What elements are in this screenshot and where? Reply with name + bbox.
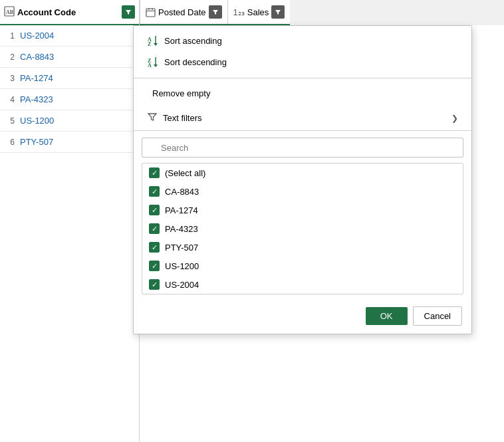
svg-text:Z: Z [148,41,151,47]
sales-header: 1₂₃ Sales [227,0,291,24]
svg-rect-2 [146,9,155,17]
sales-label: Sales [247,7,269,17]
row-value: US-1200 [20,116,54,126]
svg-text:A: A [148,62,152,68]
table-row: 2 CA-8843 [0,47,139,68]
text-filters-left: Text filters [147,112,202,124]
other-headers: Posted Date 1₂₃ Sales [140,0,290,25]
item-label-pty507: PTY-507 [165,243,198,253]
checkbox-pa1274[interactable]: ✓ [149,205,160,215]
checkmark-icon: ✓ [152,169,158,177]
row-number: 3 [0,74,20,83]
checkmark-icon: ✓ [152,263,158,270]
checkmark-icon: ✓ [152,281,158,288]
search-container: 🔍 [134,132,471,163]
sort-ascending-icon: A Z [147,35,159,47]
row-number: 2 [0,53,20,62]
cancel-button[interactable]: Cancel [413,306,462,326]
checkbox-pty507[interactable]: ✓ [149,242,160,253]
remove-empty-section: Remove empty [134,80,471,107]
item-label-us1200: US-1200 [165,261,199,271]
row-number: 1 [0,31,20,41]
sort-descending-icon: Z A [147,56,159,68]
posted-date-filter-button[interactable] [209,5,222,19]
sort-descending-label: Sort descending [164,57,227,67]
filter-dropdown: A Z Sort ascending Z A Sort descending [133,25,472,334]
checkbox-item-pty507[interactable]: ✓ PTY-507 [142,238,463,257]
search-input[interactable] [142,138,463,158]
checkbox-item-ca8843[interactable]: ✓ CA-8843 [142,182,463,201]
row-number: 6 [0,138,20,147]
sort-section: A Z Sort ascending Z A Sort descending [134,26,471,76]
table-row: 3 PA-1274 [0,68,139,89]
remove-empty-item[interactable]: Remove empty [134,84,471,103]
account-code-filter-button[interactable] [122,5,135,19]
row-value: CA-8843 [20,52,54,62]
checkbox-item-pa4323[interactable]: ✓ PA-4323 [142,219,463,238]
row-value: US-2004 [20,31,54,41]
divider-1 [134,78,471,78]
sort-descending-item[interactable]: Z A Sort descending [134,51,471,72]
funnel-icon [147,112,158,124]
calendar-icon [146,7,156,17]
table-area: AB Account Code 1 US-2004 2 CA-8843 3 PA… [0,0,140,442]
sales-filter-button[interactable] [271,5,285,19]
item-label-ca8843: CA-8843 [165,187,199,197]
checkmark-icon: ✓ [152,225,158,233]
svg-text:AB: AB [6,9,14,15]
checkbox-item-pa1274[interactable]: ✓ PA-1274 [142,201,463,219]
select-all-checkbox[interactable]: ✓ [149,167,160,178]
checkbox-us2004[interactable]: ✓ [149,279,160,290]
divider-2 [134,130,471,131]
row-number: 5 [0,116,20,126]
checkbox-item-us1200[interactable]: ✓ US-1200 [142,257,463,275]
text-column-icon: AB [4,6,15,19]
account-code-header: AB Account Code [0,0,139,25]
sort-ascending-label: Sort ascending [164,36,222,46]
text-filters-label: Text filters [163,113,202,123]
checkbox-list: ✓ (Select all) ✓ CA-8843 ✓ PA-1274 ✓ PA-… [142,163,463,294]
posted-date-header: Posted Date [140,0,227,24]
chevron-right-icon: ❯ [451,114,458,123]
select-all-label: (Select all) [165,168,205,178]
table-row: 4 PA-4323 [0,89,139,110]
table-row: 1 US-2004 [0,25,139,47]
remove-empty-label: Remove empty [152,88,210,98]
select-all-item[interactable]: ✓ (Select all) [142,164,463,182]
text-filters-item[interactable]: Text filters ❯ [134,107,471,129]
item-label-pa4323: PA-4323 [165,224,198,234]
checkbox-item-us2004[interactable]: ✓ US-2004 [142,275,463,294]
table-body: 1 US-2004 2 CA-8843 3 PA-1274 4 PA-4323 … [0,25,139,153]
row-value: PA-4323 [20,94,53,104]
sort-ascending-item[interactable]: A Z Sort ascending [134,30,471,51]
row-value: PTY-507 [20,137,53,147]
dropdown-footer: OK Cancel [134,300,471,334]
row-value: PA-1274 [20,73,53,83]
search-wrapper: 🔍 [142,138,463,158]
sales-icon: 1₂₃ [233,7,245,17]
posted-date-label: Posted Date [158,7,206,17]
checkmark-icon: ✓ [152,244,158,251]
item-label-us2004: US-2004 [165,280,199,290]
checkbox-ca8843[interactable]: ✓ [149,186,160,197]
item-label-pa1274: PA-1274 [165,205,198,215]
ok-button[interactable]: OK [366,307,408,325]
checkmark-icon: ✓ [152,188,158,195]
table-row: 6 PTY-507 [0,132,139,153]
table-row: 5 US-1200 [0,110,139,132]
account-code-label: Account Code [17,7,119,17]
row-number: 4 [0,95,20,104]
checkbox-pa4323[interactable]: ✓ [149,223,160,234]
checkbox-us1200[interactable]: ✓ [149,261,160,271]
checkmark-icon: ✓ [152,207,158,214]
